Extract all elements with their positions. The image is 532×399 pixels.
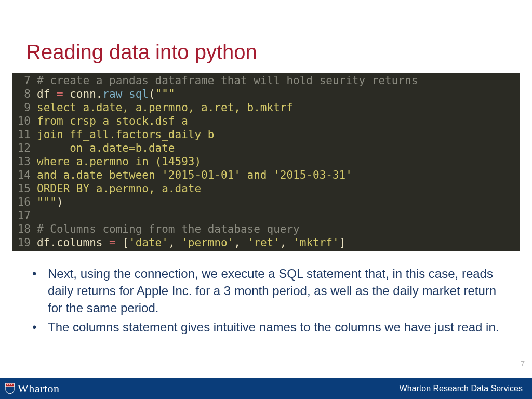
- line-number: 8: [12, 87, 37, 101]
- line-number: 16: [12, 195, 37, 209]
- line-number: 12: [12, 141, 37, 155]
- bullet-item: •The columns statement gives intuitive n…: [45, 318, 509, 336]
- footer-right-text: Wharton Research Data Services: [400, 384, 523, 393]
- line-number: 15: [12, 182, 37, 195]
- code-line: 11join ff_all.factors_daily b: [12, 128, 520, 141]
- code-text: select a.date, a.permno, a.ret, b.mktrf: [37, 101, 293, 114]
- bullet-list: •Next, using the connection, we execute …: [26, 265, 509, 338]
- code-line: 13where a.permno in (14593): [12, 155, 520, 168]
- bullet-item: •Next, using the connection, we execute …: [45, 265, 509, 316]
- code-line: 9select a.date, a.permno, a.ret, b.mktrf: [12, 101, 520, 114]
- code-line: 14and a.date between '2015-01-01' and '2…: [12, 168, 520, 182]
- slide-title: Reading data into python: [26, 41, 257, 64]
- code-line: 17: [12, 209, 520, 222]
- footer-bar: Wharton Wharton Research Data Services: [0, 378, 532, 399]
- bullet-text: Next, using the connection, we execute a…: [48, 267, 496, 315]
- line-number: 11: [12, 128, 37, 141]
- slide: Reading data into python 7# create a pan…: [0, 0, 532, 399]
- page-number: 7: [521, 359, 525, 368]
- shield-icon: [5, 383, 15, 394]
- footer-left: Wharton: [5, 382, 59, 395]
- code-line: 16"""): [12, 195, 520, 209]
- svg-point-4: [11, 384, 12, 385]
- svg-point-3: [9, 384, 10, 385]
- code-line: 8df = conn.raw_sql(""": [12, 87, 520, 101]
- code-text: df.columns = ['date', 'permno', 'ret', '…: [37, 236, 345, 249]
- code-text: join ff_all.factors_daily b: [37, 128, 214, 141]
- code-text: on a.date=b.date: [37, 141, 175, 155]
- code-block: 7# create a pandas dataframe that will h…: [12, 73, 520, 251]
- svg-point-2: [7, 384, 8, 385]
- line-number: 18: [12, 222, 37, 236]
- code-text: df = conn.raw_sql(""": [37, 87, 175, 101]
- bullet-text: The columns statement gives intuitive na…: [48, 320, 499, 334]
- line-number: 13: [12, 155, 37, 168]
- bullet-ul: •Next, using the connection, we execute …: [26, 265, 509, 336]
- code-line: 7# create a pandas dataframe that will h…: [12, 74, 520, 87]
- bullet-dot-icon: •: [32, 318, 36, 336]
- line-number: 9: [12, 101, 37, 114]
- code-line: 18# Columns coming from the database que…: [12, 222, 520, 236]
- code-text: """): [37, 195, 63, 209]
- line-number: 7: [12, 74, 37, 87]
- code-text: # create a pandas dataframe that will ho…: [37, 74, 418, 87]
- code-text: and a.date between '2015-01-01' and '201…: [37, 168, 352, 182]
- bullet-dot-icon: •: [32, 265, 36, 282]
- code-text: # Columns coming from the database query: [37, 222, 300, 236]
- line-number: 10: [12, 114, 37, 128]
- code-line: 15ORDER BY a.permno, a.date: [12, 182, 520, 195]
- line-number: 14: [12, 168, 37, 182]
- code-line: 12 on a.date=b.date: [12, 141, 520, 155]
- wharton-logo: Wharton: [18, 382, 59, 395]
- code-text: where a.permno in (14593): [37, 155, 201, 168]
- line-number: 17: [12, 209, 37, 222]
- code-text: ORDER BY a.permno, a.date: [37, 182, 201, 195]
- line-number: 19: [12, 236, 37, 249]
- code-line: 10from crsp_a_stock.dsf a: [12, 114, 520, 128]
- code-line: 19df.columns = ['date', 'permno', 'ret',…: [12, 236, 520, 249]
- code-text: from crsp_a_stock.dsf a: [37, 114, 188, 128]
